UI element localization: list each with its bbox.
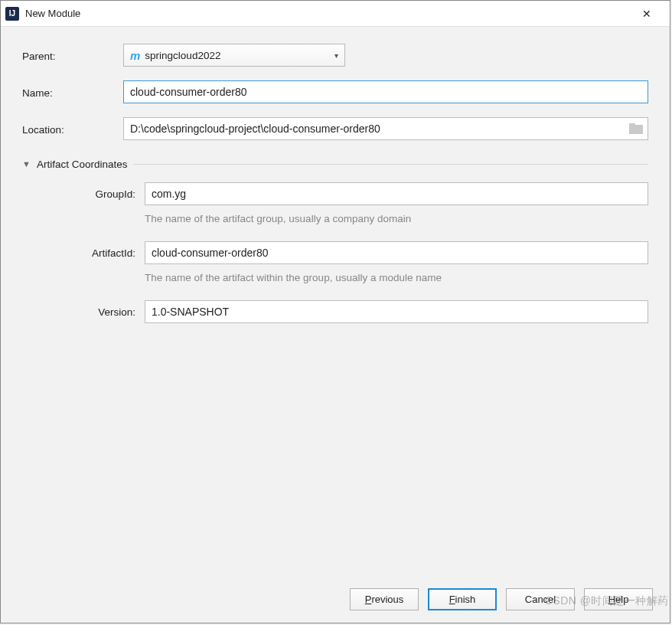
window-title: New Module: [25, 8, 630, 19]
parent-value: springcloud2022: [145, 50, 334, 61]
version-input[interactable]: [145, 300, 648, 323]
button-bar: Previous Finish Cancel Help: [1, 579, 670, 623]
artifact-section-header[interactable]: ▼ Artifact Coordinates: [22, 159, 648, 170]
row-groupid: GroupId:: [22, 182, 648, 205]
name-label: Name:: [22, 86, 123, 99]
browse-folder-icon[interactable]: [629, 123, 643, 134]
close-icon[interactable]: ✕: [630, 3, 664, 25]
groupid-label: GroupId:: [22, 188, 145, 200]
maven-icon: m: [130, 49, 140, 62]
dialog-window: IJ New Module ✕ Parent: m springcloud202…: [0, 0, 670, 623]
location-value: D:\code\springcloud-project\cloud-consum…: [130, 123, 629, 135]
finish-button[interactable]: Finish: [428, 588, 497, 610]
artifact-section-title: Artifact Coordinates: [37, 159, 128, 170]
row-version: Version:: [22, 300, 648, 323]
groupid-input[interactable]: [145, 182, 648, 205]
section-divider: [133, 164, 648, 165]
row-location: Location: D:\code\springcloud-project\cl…: [22, 117, 648, 140]
cancel-button[interactable]: Cancel: [506, 588, 575, 610]
artifactid-input[interactable]: [145, 241, 648, 264]
location-label: Location:: [22, 123, 123, 136]
version-label: Version:: [22, 306, 145, 318]
parent-label: Parent:: [22, 49, 123, 62]
dialog-content: Parent: m springcloud2022 ▾ Name: Locati…: [1, 27, 670, 579]
titlebar: IJ New Module ✕: [1, 1, 670, 27]
row-artifactid: ArtifactId:: [22, 241, 648, 264]
row-name: Name:: [22, 80, 648, 103]
artifactid-label: ArtifactId:: [22, 247, 145, 259]
parent-combobox[interactable]: m springcloud2022 ▾: [123, 44, 345, 67]
groupid-hint: The name of the artifact group, usually …: [145, 213, 648, 224]
help-button[interactable]: Help: [584, 588, 653, 610]
location-input-wrap[interactable]: D:\code\springcloud-project\cloud-consum…: [123, 117, 648, 140]
row-parent: Parent: m springcloud2022 ▾: [22, 44, 648, 67]
chevron-down-icon: ▾: [334, 51, 338, 60]
collapse-icon: ▼: [22, 159, 31, 169]
name-input[interactable]: [123, 80, 648, 103]
previous-button[interactable]: Previous: [350, 588, 419, 610]
artifactid-hint: The name of the artifact within the grou…: [145, 272, 648, 283]
app-icon: IJ: [5, 7, 19, 21]
